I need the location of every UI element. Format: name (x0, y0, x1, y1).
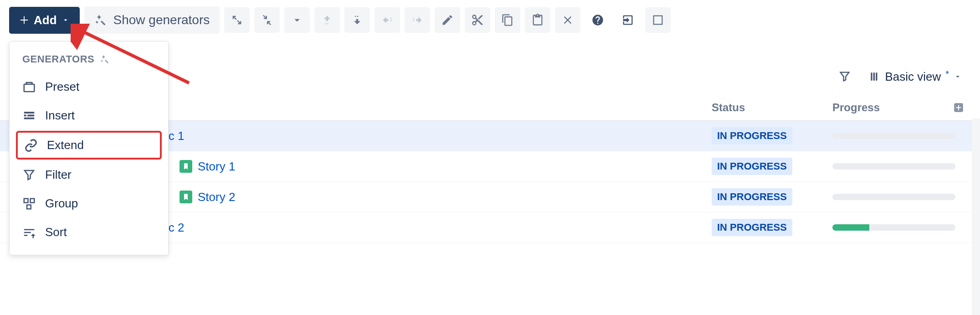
insert-icon (22, 109, 36, 123)
view-label: Basic view (885, 70, 941, 84)
story-type-icon (180, 191, 192, 203)
cut-button[interactable] (465, 7, 490, 33)
edit-button[interactable] (435, 7, 460, 33)
svg-rect-0 (654, 16, 662, 25)
outdent-button[interactable] (375, 7, 400, 33)
row-status[interactable]: IN PROGRESS (712, 188, 832, 206)
arrow-right-dashed-icon (411, 14, 424, 26)
plus-icon (19, 15, 29, 25)
row-status[interactable]: IN PROGRESS (712, 219, 832, 236)
status-badge: IN PROGRESS (712, 127, 792, 145)
exit-icon (621, 14, 634, 26)
dropdown-item-insert[interactable]: Insert (10, 101, 168, 130)
dropdown-item-preset[interactable]: Preset (10, 72, 168, 101)
dropdown-item-group[interactable]: Group (10, 189, 168, 218)
link-icon (24, 139, 38, 152)
dropdown-label: Filter (45, 168, 72, 182)
status-badge: IN PROGRESS (712, 158, 792, 175)
exit-button[interactable] (615, 7, 641, 33)
pencil-icon (441, 14, 454, 26)
help-button[interactable] (585, 7, 611, 33)
row-progress (832, 224, 969, 231)
svg-rect-1 (24, 84, 35, 91)
svg-rect-2 (24, 198, 28, 202)
collapse-diagonal-button[interactable] (254, 7, 280, 33)
expand-diagonal-button[interactable] (224, 7, 250, 33)
view-selector[interactable]: Basic view* (868, 70, 962, 84)
wand-icon (100, 54, 110, 64)
copy-button[interactable] (495, 7, 520, 33)
add-column-icon[interactable] (953, 102, 965, 114)
row-status[interactable]: IN PROGRESS (712, 127, 832, 145)
dropdown-header: GENERATORS (10, 50, 168, 72)
dropdown-label: Sort (45, 225, 67, 239)
filter-icon (22, 168, 36, 182)
fullscreen-button[interactable] (645, 7, 671, 33)
row-progress (832, 163, 969, 170)
group-icon (22, 197, 36, 211)
collapse-diagonal-icon (261, 14, 273, 26)
add-label: Add (34, 13, 57, 27)
copy-icon (501, 14, 514, 26)
dropdown-label: Preset (45, 80, 79, 94)
paste-icon (531, 14, 544, 26)
square-icon (652, 14, 664, 26)
arrow-left-dashed-icon (381, 14, 394, 26)
show-generators-label: Show generators (113, 13, 210, 27)
wand-icon (94, 14, 107, 26)
generators-dropdown: GENERATORS Preset Insert Extend Filter G… (9, 41, 169, 255)
dropdown-item-sort[interactable]: Sort (10, 218, 168, 247)
svg-rect-3 (31, 198, 35, 202)
vertical-scrollbar[interactable] (972, 119, 980, 315)
filter-toggle-button[interactable] (832, 64, 857, 89)
status-badge: IN PROGRESS (712, 188, 792, 206)
add-button[interactable]: Add (9, 7, 80, 34)
dropdown-label: Group (45, 196, 78, 211)
row-progress (832, 133, 969, 139)
arrow-down-dashed-icon (351, 14, 364, 26)
indent-button[interactable] (405, 7, 430, 33)
columns-icon (868, 71, 880, 83)
dropdown-label: Extend (47, 138, 84, 152)
move-up-button[interactable] (314, 7, 340, 33)
column-header-progress[interactable]: Progress (832, 101, 969, 114)
chevron-down-icon (291, 14, 303, 26)
paste-button[interactable] (525, 7, 550, 33)
expand-diagonal-icon (231, 14, 243, 26)
show-generators-button[interactable]: Show generators (84, 6, 220, 34)
status-badge: IN PROGRESS (712, 219, 792, 236)
column-header-status[interactable]: Status (712, 101, 832, 114)
svg-rect-4 (27, 205, 31, 209)
row-status[interactable]: IN PROGRESS (712, 158, 832, 175)
chevron-down-icon (954, 72, 962, 81)
delete-button[interactable] (555, 7, 580, 33)
close-icon (561, 14, 574, 26)
arrow-up-dashed-icon (321, 14, 334, 26)
story-type-icon (180, 160, 192, 173)
scissors-icon (471, 14, 484, 26)
chevron-down-icon (62, 16, 70, 24)
dropdown-item-filter[interactable]: Filter (10, 160, 168, 189)
preset-icon (22, 80, 36, 94)
sort-icon (22, 226, 36, 239)
filter-icon (838, 70, 851, 83)
modified-indicator: * (945, 69, 949, 79)
help-icon (591, 14, 604, 26)
toolbar: Add Show generators (0, 0, 980, 40)
dropdown-item-extend[interactable]: Extend (16, 131, 162, 160)
dropdown-label: Insert (45, 108, 75, 123)
row-progress (832, 194, 969, 200)
move-down-button[interactable] (344, 7, 370, 33)
more-dropdown-button[interactable] (284, 7, 310, 33)
